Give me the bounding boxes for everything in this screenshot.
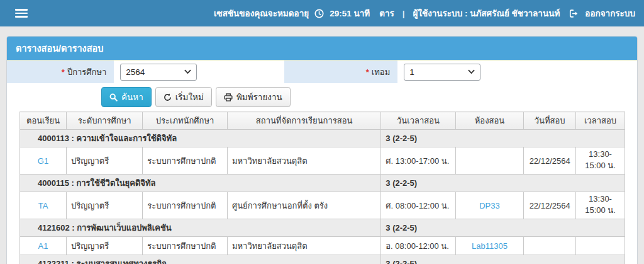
course-credits-cell: 3 (2-2-5) [381, 130, 625, 147]
schedule-table: ตอนเรียนระดับการศึกษาประเภทนักศึกษาสถานท… [19, 112, 625, 264]
topbar: เซสชันของคุณจะหมดอายุ 29:51 นาที ตาร | ผ… [0, 0, 644, 26]
year-label: * ปีการศึกษา [7, 60, 114, 83]
level-cell: ปริญญาตรี [67, 237, 143, 255]
location-cell: มหาวิทยาลัยสวนดุสิต [227, 237, 380, 255]
room-link[interactable]: DP33 [479, 201, 500, 210]
level-cell: ปริญญาตรี [67, 147, 143, 175]
section-link[interactable]: A1 [38, 241, 48, 251]
year-select[interactable]: 2564 [120, 64, 197, 81]
search-icon [109, 93, 118, 101]
print-button[interactable]: พิมพ์รายงาน [216, 87, 291, 107]
year-label-text: ปีการศึกษา [67, 66, 106, 79]
teach-time-cell: ศ. 08:00-12:00 น. [381, 192, 455, 219]
exam-time-cell [576, 237, 625, 255]
search-button[interactable]: ค้นหา [101, 87, 152, 107]
printer-icon [224, 93, 233, 101]
course-group-row: 4000113 : ความเข้าใจและการใช้ดิจิทัล3 (2… [20, 130, 625, 147]
level-cell: ปริญญาตรี [67, 192, 143, 219]
column-header-7: เวลาสอบ [576, 112, 625, 130]
student-type-cell: ระบบการศึกษาปกติ [143, 147, 228, 175]
course-group-row: 4122211 : ระบบสารสนเทศทางธุรกิจ3 (2-2-5) [20, 255, 625, 264]
column-header-2: ประเภทนักศึกษา [143, 112, 228, 130]
course-credits-cell: 3 (2-2-5) [381, 255, 625, 264]
column-header-3: สถานที่จัดการเรียนการสอน [227, 112, 380, 130]
section-cell: G1 [20, 147, 67, 175]
term-select-value: 1 [409, 67, 414, 77]
student-type-cell: ระบบการศึกษาปกติ [143, 192, 228, 219]
refresh-icon [164, 93, 172, 101]
schedule-panel: ตารางสอน/ตารางสอบ * ปีการศึกษา 2564 * เท… [6, 36, 638, 264]
term-field-cell: 1 [397, 60, 637, 83]
room-link[interactable]: Lab11305 [472, 241, 508, 251]
column-header-6: วันที่สอบ [524, 112, 576, 130]
teach-time-cell: ศ. 13:00-17:00 น. [381, 147, 455, 175]
room-cell: Lab11305 [455, 237, 524, 255]
course-title-cell: 4122211 : ระบบสารสนเทศทางธุรกิจ [20, 255, 381, 264]
location-cell: มหาวิทยาลัยสวนดุสิต [227, 147, 380, 175]
year-select-value: 2564 [126, 67, 145, 77]
search-button-label: ค้นหา [121, 90, 143, 104]
action-button-row: ค้นหา เริ่มใหม่ พิมพ์รายงาน [7, 83, 637, 112]
course-title-cell: 4000113 : ความเข้าใจและการใช้ดิจิทัล [20, 130, 381, 147]
section-cell: A1 [20, 237, 67, 255]
required-asterisk: * [62, 67, 65, 77]
column-header-5: ห้องสอน [455, 112, 524, 130]
exam-date-cell: 22/12/2564 [524, 192, 576, 219]
session-expire-text: เซสชันของคุณจะหมดอายุ [214, 6, 309, 20]
term-label: * เทอม [284, 60, 397, 83]
course-credits-cell: 3 (2-2-5) [381, 219, 625, 237]
student-type-cell: ระบบการศึกษาปกติ [143, 237, 228, 255]
reset-button-label: เริ่มใหม่ [175, 90, 204, 104]
exam-time-cell: 13:30-15:00 น. [576, 192, 625, 219]
required-asterisk: * [366, 67, 369, 77]
logout-icon[interactable] [569, 9, 579, 18]
reset-button[interactable]: เริ่มใหม่ [155, 87, 212, 107]
logout-link[interactable]: ออกจากระบบ [585, 6, 635, 20]
term-label-text: เทอม [372, 66, 390, 79]
room-cell [455, 147, 524, 175]
column-header-0: ตอนเรียน [20, 112, 67, 130]
chevron-down-icon [184, 69, 191, 74]
teach-time-cell: อ. 08:00-12:00 น. [381, 237, 455, 255]
chevron-down-icon [468, 69, 475, 74]
filter-form: * ปีการศึกษา 2564 * เทอม 1 [7, 60, 637, 83]
current-user-text: ผู้ใช้งานระบบ : นภัสศรัณย์ ชัชวาลานนท์ [413, 6, 560, 20]
course-group-row: 4000115 : การใช้ชีวิตในยุคดิจิทัล3 (2-2-… [20, 175, 625, 192]
page-background: ตารางสอน/ตารางสอบ * ปีการศึกษา 2564 * เท… [0, 26, 644, 264]
clock-icon [314, 9, 324, 18]
exam-date-cell: 22/12/2564 [524, 147, 576, 175]
exam-date-cell [524, 237, 576, 255]
section-link[interactable]: G1 [38, 156, 48, 166]
course-credits-cell: 3 (2-2-5) [381, 175, 625, 192]
topbar-separator: | [400, 9, 408, 18]
section-row: G1ปริญญาตรีระบบการศึกษาปกติมหาวิทยาลัยสว… [20, 147, 625, 175]
exam-time-cell: 13:30-15:00 น. [576, 147, 625, 175]
section-cell: TA [20, 192, 67, 219]
table-header-row: ตอนเรียนระดับการศึกษาประเภทนักศึกษาสถานท… [20, 112, 625, 130]
term-select[interactable]: 1 [404, 64, 480, 81]
column-header-1: ระดับการศึกษา [67, 112, 143, 130]
section-row: TAปริญญาตรีระบบการศึกษาปกติศูนย์การศึกษา… [20, 192, 625, 219]
section-row: A1ปริญญาตรีระบบการศึกษาปกติมหาวิทยาลัยสว… [20, 237, 625, 255]
course-title-cell: 4121602 : การพัฒนาเว็บแอปพลิเคชัน [20, 219, 381, 237]
print-button-label: พิมพ์รายงาน [236, 90, 282, 104]
location-cell: ศูนย์การศึกษานอกที่ตั้ง ตรัง [227, 192, 380, 219]
schedule-table-wrap: ตอนเรียนระดับการศึกษาประเภทนักศึกษาสถานท… [7, 112, 637, 264]
column-header-4: วันเวลาสอน [381, 112, 455, 130]
session-countdown: 29:51 นาที [330, 6, 370, 20]
section-link[interactable]: TA [38, 201, 48, 210]
room-cell: DP33 [455, 192, 524, 219]
course-title-cell: 4000115 : การใช้ชีวิตในยุคดิจิทัล [20, 175, 381, 192]
year-field-cell: 2564 [114, 60, 284, 83]
session-extra-text: ตาร [379, 6, 394, 20]
course-group-row: 4121602 : การพัฒนาเว็บแอปพลิเคชัน3 (2-2-… [20, 219, 625, 237]
menu-icon[interactable] [15, 7, 28, 20]
panel-title: ตารางสอน/ตารางสอบ [7, 37, 637, 60]
